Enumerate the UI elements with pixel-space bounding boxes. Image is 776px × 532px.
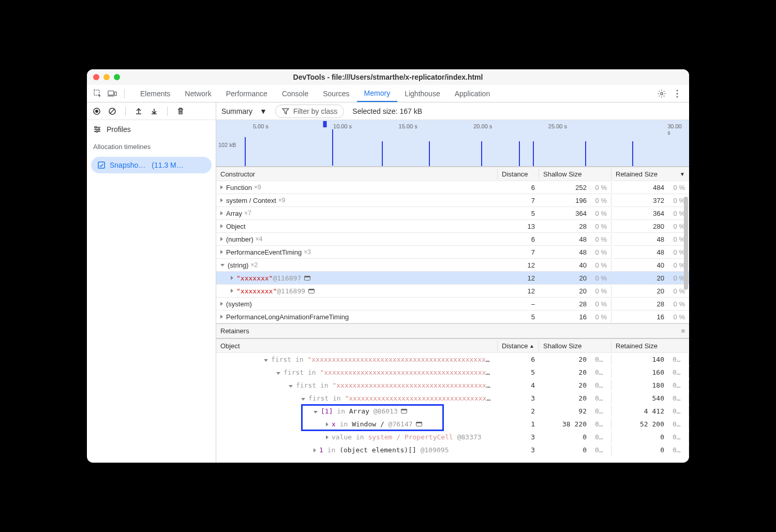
class-filter-input[interactable]: Filter by class: [275, 105, 345, 118]
table-row[interactable]: (number)×46480 %480 %: [216, 233, 689, 246]
retainer-row[interactable]: 1 in (object elements)[] @109095300 %00 …: [216, 444, 689, 456]
record-icon[interactable]: [92, 107, 101, 116]
disclosure-triangle-icon[interactable]: [289, 385, 293, 388]
time-label: 20.00 s: [473, 123, 492, 129]
download-icon[interactable]: [150, 107, 159, 116]
tab-memory[interactable]: Memory: [357, 85, 398, 102]
snapshot-name: Snapsho…: [110, 161, 145, 169]
disclosure-triangle-icon[interactable]: [220, 224, 223, 228]
upload-icon[interactable]: [134, 107, 143, 116]
disclosure-triangle-icon[interactable]: [220, 302, 223, 306]
col-shallow[interactable]: Shallow Size: [539, 169, 611, 180]
bracket-left-icon[interactable]: ▐▌: [321, 121, 329, 127]
selected-size: Selected size: 167 kB: [352, 107, 422, 115]
profiles-label: Profiles: [107, 125, 131, 134]
disclosure-triangle-icon[interactable]: [301, 398, 305, 401]
col-shallow[interactable]: Shallow Size: [539, 341, 611, 351]
tab-performance[interactable]: Performance: [219, 85, 275, 102]
disclosure-triangle-icon[interactable]: [220, 237, 223, 241]
scrollbar-thumb[interactable]: [684, 197, 688, 290]
table-row[interactable]: "xxxxxxxx" @11689912200 %200 %: [216, 285, 689, 298]
disclosure-triangle-icon[interactable]: [220, 185, 223, 189]
svg-rect-1: [108, 91, 114, 95]
disclosure-triangle-icon[interactable]: [314, 448, 316, 452]
timelines-section: Allocation timelines: [87, 139, 216, 155]
tabs-bar: Elements Network Performance Console Sou…: [87, 85, 689, 102]
table-row[interactable]: (system)–280 %280 %: [216, 298, 689, 311]
svg-point-10: [95, 126, 96, 128]
disclosure-triangle-icon[interactable]: [220, 198, 223, 202]
clear-icon[interactable]: [108, 107, 117, 116]
retainer-row[interactable]: first in "xxxxxxxxxxxxxxxxxxxxxxxxxxxxxx…: [216, 392, 689, 405]
retainer-row[interactable]: first in "xxxxxxxxxxxxxxxxxxxxxxxxxxxxxx…: [216, 379, 689, 392]
profiles-heading: Profiles: [87, 120, 216, 139]
more-icon[interactable]: [673, 89, 682, 98]
devtools-window: DevTools - file:///Users/stmarthe/x-repl…: [87, 69, 689, 463]
col-distance[interactable]: Distance: [498, 169, 539, 180]
table-row[interactable]: "xxxxxxx" @11689712200 %200 %: [216, 272, 689, 285]
retainers-table: first in "xxxxxxxxxxxxxxxxxxxxxxxxxxxxxx…: [216, 353, 689, 456]
tab-network[interactable]: Network: [177, 85, 218, 102]
constructors-header: Constructor Distance Shallow Size Retain…: [216, 167, 689, 181]
window-icon: [401, 409, 407, 413]
tab-lighthouse[interactable]: Lighthouse: [397, 85, 447, 102]
snapshot-item[interactable]: Snapsho… (11.3 M…: [91, 157, 212, 173]
disclosure-triangle-icon[interactable]: [220, 250, 223, 254]
titlebar: DevTools - file:///Users/stmarthe/x-repl…: [87, 69, 689, 85]
svg-point-4: [677, 90, 678, 91]
tab-elements[interactable]: Elements: [133, 85, 177, 102]
col-constructor[interactable]: Constructor: [216, 169, 498, 180]
sort-asc-icon: ▲: [529, 343, 534, 349]
retainer-row[interactable]: [1] in Array @860132920 %4 4120 %: [216, 405, 689, 418]
tab-console[interactable]: Console: [275, 85, 316, 102]
time-label: 5.00 s: [253, 123, 268, 129]
table-row[interactable]: system / Context×971960 %3720 %: [216, 194, 689, 207]
disclosure-triangle-icon[interactable]: [220, 264, 225, 267]
window-icon: [308, 289, 315, 293]
retainer-row[interactable]: x in Window / @76147138 2200 %52 2000 %: [216, 418, 689, 431]
device-icon[interactable]: [108, 89, 117, 98]
window-title: DevTools - file:///Users/stmarthe/x-repl…: [87, 73, 689, 81]
svg-rect-2: [115, 92, 117, 95]
col-retained[interactable]: Retained Size: [611, 341, 689, 351]
svg-point-3: [661, 92, 663, 94]
retainers-menu-icon[interactable]: ≡: [681, 327, 685, 335]
table-row[interactable]: Array×753640 %3640 %: [216, 207, 689, 220]
table-row[interactable]: PerformanceEventTiming×37480 %480 %: [216, 246, 689, 259]
col-object[interactable]: Object: [216, 341, 498, 351]
svg-rect-13: [98, 162, 105, 168]
disclosure-triangle-icon[interactable]: [264, 359, 268, 362]
svg-point-6: [677, 96, 678, 97]
retainer-row[interactable]: first in "xxxxxxxxxxxxxxxxxxxxxxxxxxxxxx…: [216, 366, 689, 379]
allocation-timeline[interactable]: 5.00 s 10.00 s 15.00 s 20.00 s 25.00 s 3…: [216, 120, 689, 167]
disclosure-triangle-icon[interactable]: [220, 211, 223, 215]
disclosure-triangle-icon[interactable]: [276, 372, 280, 375]
trash-icon[interactable]: [176, 107, 185, 116]
inspect-icon[interactable]: [93, 89, 102, 98]
disclosure-triangle-icon[interactable]: [326, 435, 329, 439]
retainer-row[interactable]: value in system / PropertyCell @83373300…: [216, 431, 689, 444]
time-label: 25.00 s: [548, 123, 567, 129]
window-icon: [416, 422, 422, 426]
gear-icon[interactable]: [657, 89, 666, 98]
sort-desc-icon: ▼: [680, 171, 685, 177]
chevron-down-icon: ▼: [260, 107, 267, 115]
disclosure-triangle-icon[interactable]: [231, 276, 233, 280]
sliders-icon: [93, 126, 101, 133]
main-panel: Summary ▼ Filter by class Selected size:…: [216, 102, 689, 463]
table-row[interactable]: PerformanceLongAnimationFrameTiming5160 …: [216, 311, 689, 323]
disclosure-triangle-icon[interactable]: [231, 289, 233, 293]
tab-sources[interactable]: Sources: [316, 85, 356, 102]
disclosure-triangle-icon[interactable]: [220, 315, 223, 319]
table-row[interactable]: Function×962520 %4840 %: [216, 181, 689, 194]
retainers-header: Object Distance▲ Shallow Size Retained S…: [216, 338, 689, 353]
constructors-table: Function×962520 %4840 %system / Context×…: [216, 181, 689, 323]
table-row[interactable]: Object13280 %2800 %: [216, 220, 689, 233]
tab-application[interactable]: Application: [447, 85, 498, 102]
table-row[interactable]: (string)×212400 %400 %: [216, 259, 689, 272]
summary-dropdown[interactable]: Summary ▼: [221, 107, 267, 115]
retainer-row[interactable]: first in "xxxxxxxxxxxxxxxxxxxxxxxxxxxxxx…: [216, 353, 689, 366]
snapshot-icon: [97, 161, 106, 169]
col-retained[interactable]: Retained Size▼: [611, 169, 689, 180]
col-distance[interactable]: Distance▲: [498, 341, 539, 351]
